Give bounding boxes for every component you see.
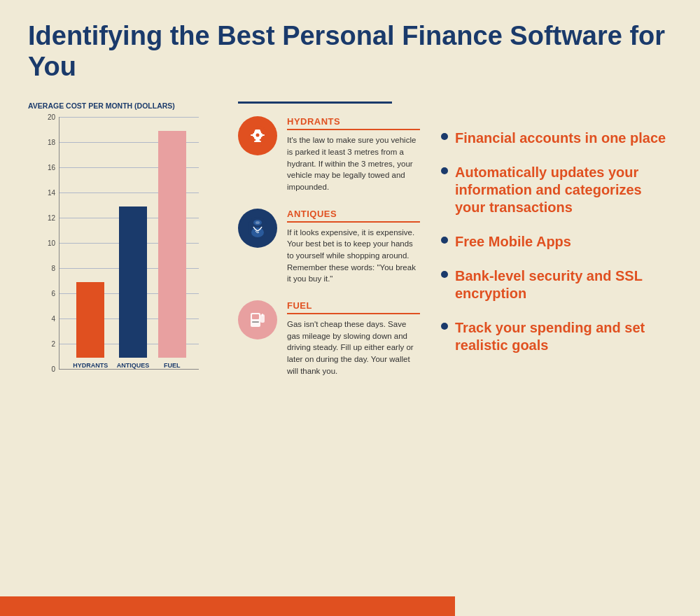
hydrant-icon [238,116,277,155]
fuel-content: FUELGas isn't cheap these days. Save gas… [287,300,420,377]
antiques-text: If it looks expensive, it is expensive. … [287,227,420,285]
bullet-dot [441,133,448,140]
bullet-dot [441,271,448,278]
svg-point-12 [255,221,260,224]
antiques-title: ANTIQUES [287,209,420,223]
bullet-text: Track your spending and set realistic go… [455,319,672,354]
svg-rect-8 [262,134,265,136]
bar [76,282,104,358]
card-antiques: ANTIQUESIf it looks expensive, it is exp… [238,209,420,285]
bullet-item-0: Financial accounts in one place [441,130,672,147]
fuel-title: FUEL [287,300,420,314]
fuel-text: Gas isn't cheap these days. Save gas mil… [287,318,420,377]
bar-group: FUEL [158,131,186,369]
svg-rect-17 [252,321,259,323]
bar [119,206,147,358]
bar-x-label: HYDRANTS [73,362,108,369]
svg-rect-5 [254,141,261,142]
bullet-dot [441,167,448,174]
divider [238,102,392,104]
bullet-item-2: Free Mobile Apps [441,233,672,251]
bullet-text: Free Mobile Apps [455,233,571,251]
svg-rect-7 [251,134,253,136]
svg-rect-16 [262,314,263,316]
bullet-dot [441,237,448,244]
antiques-icon [238,209,277,248]
bullet-item-3: Bank-level security and SSL encryption [441,267,672,302]
antiques-content: ANTIQUESIf it looks expensive, it is exp… [287,209,420,285]
svg-point-6 [256,134,260,137]
bullet-text: Automatically updates your information a… [455,164,672,216]
page-title: Identifying the Best Personal Finance So… [28,21,672,82]
card-hydrant: HYDRANTSIt's the law to make sure you ve… [238,116,420,192]
content-row: AVERAGE COST PER MONTH (DOLLARS) 0246810… [28,102,672,411]
chart-label: AVERAGE COST PER MONTH (DOLLARS) [28,102,224,111]
page-container: Identifying the Best Personal Finance So… [0,0,700,616]
chart-section: AVERAGE COST PER MONTH (DOLLARS) 0246810… [28,102,224,411]
cards-section: HYDRANTSIt's the law to make sure you ve… [224,102,420,392]
bullet-item-4: Track your spending and set realistic go… [441,319,672,354]
bullet-text: Bank-level security and SSL encryption [455,267,672,302]
bar-x-label: FUEL [164,362,181,369]
bar-x-label: ANTIQUES [117,362,150,369]
bullet-dot [441,323,448,330]
bar [158,131,186,358]
chart-area: 02468101214161820HYDRANTSANTIQUESFUEL [28,117,210,411]
hydrant-title: HYDRANTS [287,116,420,130]
hydrant-content: HYDRANTSIt's the law to make sure you ve… [287,116,420,192]
svg-rect-14 [252,314,259,319]
card-fuel: FUELGas isn't cheap these days. Save gas… [238,300,420,377]
bottom-bar [0,596,455,616]
bar-group: HYDRANTS [73,282,108,369]
bullet-item-1: Automatically updates your information a… [441,164,672,216]
hydrant-text: It's the law to make sure you vehicle is… [287,134,420,192]
svg-point-11 [251,227,264,237]
bar-group: ANTIQUES [117,206,150,369]
bullet-text: Financial accounts in one place [455,130,666,147]
fuel-icon [238,300,277,340]
bullets-section: Financial accounts in one placeAutomatic… [420,102,672,371]
